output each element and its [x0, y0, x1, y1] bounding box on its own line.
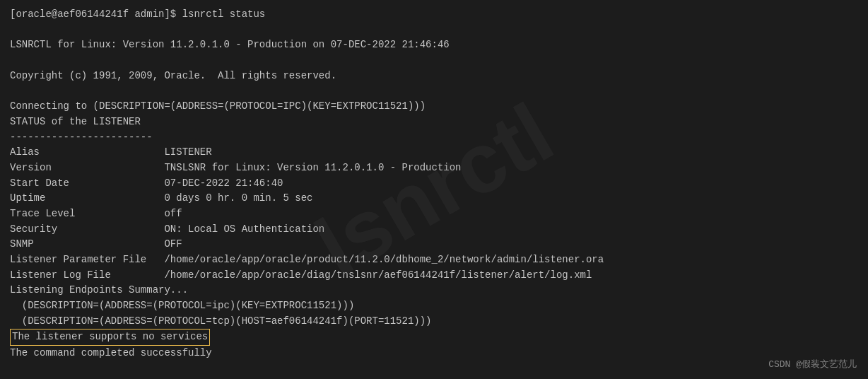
terminal-line-completed: The command completed successfully [10, 346, 858, 361]
terminal-line-endpoint1: (DESCRIPTION=(ADDRESS=(PROTOCOL=ipc)(KEY… [10, 298, 858, 314]
terminal-line-blank2 [10, 53, 858, 69]
terminal-line-uptime: Uptime 0 days 0 hr. 0 min. 5 sec [10, 191, 858, 206]
terminal-line-blank1 [10, 23, 858, 38]
terminal-line-version: LSNRCTL for Linux: Version 11.2.0.1.0 - … [10, 37, 858, 53]
csdn-watermark: CSDN @假装文艺范儿 [768, 358, 857, 371]
highlighted-text: The listener supports no services [10, 329, 210, 346]
terminal-line-status-of: STATUS of the LISTENER [10, 115, 858, 130]
terminal-line-trace: Trace Level off [10, 206, 858, 222]
terminal-window: lsnrctl [oracle@aef06144241f admin]$ lsn… [0, 0, 868, 379]
terminal-line-param-file: Listener Parameter File /home/oracle/app… [10, 252, 858, 268]
terminal-line-no-services: The listener supports no services [10, 329, 858, 346]
terminal-line-alias: Alias LISTENER [10, 145, 858, 161]
terminal-line-endpoint2: (DESCRIPTION=(ADDRESS=(PROTOCOL=tcp)(HOS… [10, 314, 858, 330]
terminal-line-connecting: Connecting to (DESCRIPTION=(ADDRESS=(PRO… [10, 99, 858, 115]
terminal-line-dashes: ------------------------ [10, 130, 858, 146]
terminal-line-snmp: SNMP OFF [10, 237, 858, 252]
terminal-line-endpoints: Listening Endpoints Summary... [10, 283, 858, 298]
terminal-line-start-date: Start Date 07-DEC-2022 21:46:40 [10, 176, 858, 192]
terminal-line-log-file: Listener Log File /home/oracle/app/oracl… [10, 268, 858, 284]
terminal-line-copyright: Copyright (c) 1991, 2009, Oracle. All ri… [10, 69, 858, 84]
terminal-line-blank3 [10, 83, 858, 99]
terminal-line-cmd: [oracle@aef06144241f admin]$ lsnrctl sta… [10, 7, 858, 23]
terminal-line-ver-line: Version TNSLSNR for Linux: Version 11.2.… [10, 161, 858, 176]
terminal-line-security: Security ON: Local OS Authentication [10, 222, 858, 238]
